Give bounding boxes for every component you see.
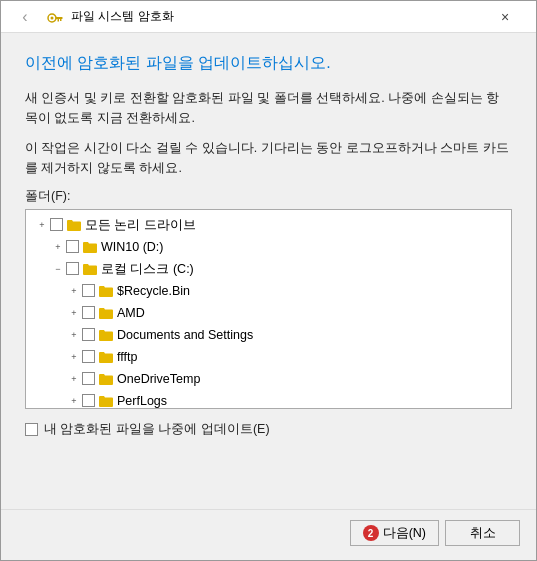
expand-icon[interactable]: +	[66, 283, 82, 299]
next-label: 다음(N)	[383, 525, 426, 542]
folder-icon	[98, 349, 114, 365]
folder-icon	[66, 217, 82, 233]
tree-item-label: OneDriveTemp	[117, 369, 200, 389]
folder-icon	[98, 305, 114, 321]
folder-icon	[98, 283, 114, 299]
next-button[interactable]: 2 다음(N)	[350, 520, 439, 546]
update-later-checkbox[interactable]	[25, 423, 38, 436]
title-bar-left: ‹ 파일 시스템 암호화	[11, 3, 174, 31]
tree-row[interactable]: + AMD	[26, 302, 511, 324]
tree-row[interactable]: + PerfLogs	[26, 390, 511, 409]
window-title: 파일 시스템 암호화	[71, 8, 174, 25]
svg-rect-2	[56, 17, 63, 19]
tree-item-label: WIN10 (D:)	[101, 237, 164, 257]
expand-icon[interactable]: +	[66, 393, 82, 409]
folder-label: 폴더(F):	[25, 188, 512, 205]
tree-checkbox[interactable]	[66, 240, 79, 253]
svg-point-1	[51, 16, 54, 19]
close-button[interactable]: ×	[482, 1, 528, 33]
expand-icon[interactable]: −	[50, 261, 66, 277]
expand-icon[interactable]: +	[50, 239, 66, 255]
expand-icon[interactable]: +	[66, 349, 82, 365]
tree-checkbox[interactable]	[82, 350, 95, 363]
tree-row[interactable]: + WIN10 (D:)	[26, 236, 511, 258]
tree-item-label: 로컬 디스크 (C:)	[101, 259, 194, 279]
tree-checkbox[interactable]	[66, 262, 79, 275]
desc2: 이 작업은 시간이 다소 걸릴 수 있습니다. 기다리는 동안 로그오프하거나 …	[25, 138, 512, 178]
tree-checkbox[interactable]	[82, 328, 95, 341]
update-later-label: 내 암호화된 파일을 나중에 업데이트(E)	[44, 421, 270, 438]
tree-row[interactable]: + 모든 논리 드라이브	[26, 214, 511, 236]
tree-checkbox[interactable]	[50, 218, 63, 231]
tree-item-label: ffftp	[117, 347, 137, 367]
expand-icon[interactable]: +	[66, 327, 82, 343]
tree-row[interactable]: + $Recycle.Bin	[26, 280, 511, 302]
tree-item-label: AMD	[117, 303, 145, 323]
folder-icon	[98, 327, 114, 343]
tree-item-label: Documents and Settings	[117, 325, 253, 345]
folder-icon	[98, 371, 114, 387]
desc1: 새 인증서 및 키로 전환할 암호화된 파일 및 폴더를 선택하세요. 나중에 …	[25, 88, 512, 128]
tree-row[interactable]: − 로컬 디스크 (C:)	[26, 258, 511, 280]
bottom-checkbox-row: 내 암호화된 파일을 나중에 업데이트(E)	[25, 421, 512, 438]
main-window: ‹ 파일 시스템 암호화 × 이전에 암호화된 파일을 업데이트하십시오. 새 …	[0, 0, 537, 561]
folder-icon	[82, 239, 98, 255]
svg-rect-4	[58, 19, 60, 22]
title-bar: ‹ 파일 시스템 암호화 ×	[1, 1, 536, 33]
footer: 2 다음(N) 취소	[1, 509, 536, 560]
tree-item-label: 모든 논리 드라이브	[85, 215, 196, 235]
expand-icon[interactable]: +	[66, 371, 82, 387]
folder-icon	[82, 261, 98, 277]
window-icon	[45, 7, 65, 27]
svg-rect-3	[60, 19, 62, 21]
cancel-button[interactable]: 취소	[445, 520, 520, 546]
tree-row[interactable]: + OneDriveTemp	[26, 368, 511, 390]
tree-item-label: $Recycle.Bin	[117, 281, 190, 301]
back-button[interactable]: ‹	[11, 3, 39, 31]
next-badge: 2	[363, 525, 379, 541]
content-area: 이전에 암호화된 파일을 업데이트하십시오. 새 인증서 및 키로 전환할 암호…	[1, 33, 536, 509]
folder-tree[interactable]: + 모든 논리 드라이브 + WIN10 (D:) −	[25, 209, 512, 409]
tree-checkbox[interactable]	[82, 306, 95, 319]
tree-checkbox[interactable]	[82, 394, 95, 407]
folder-icon	[98, 393, 114, 409]
expand-icon[interactable]: +	[66, 305, 82, 321]
main-heading: 이전에 암호화된 파일을 업데이트하십시오.	[25, 53, 512, 74]
tree-row[interactable]: + Documents and Settings	[26, 324, 511, 346]
tree-row[interactable]: + ffftp	[26, 346, 511, 368]
expand-icon[interactable]: +	[34, 217, 50, 233]
tree-checkbox[interactable]	[82, 284, 95, 297]
tree-item-label: PerfLogs	[117, 391, 167, 409]
tree-checkbox[interactable]	[82, 372, 95, 385]
